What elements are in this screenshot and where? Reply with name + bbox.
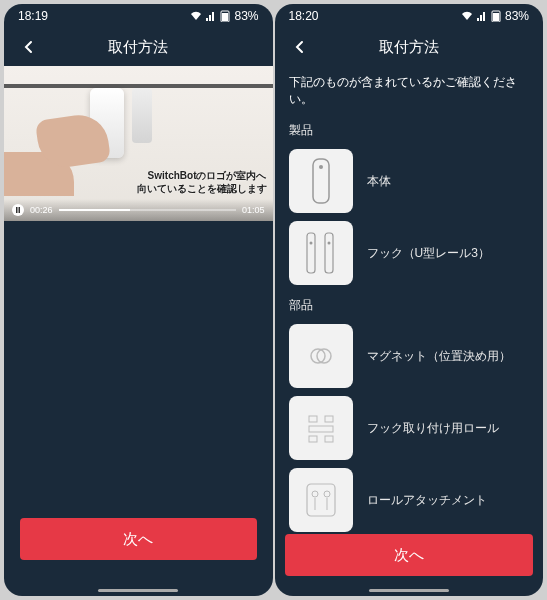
hook-icon — [301, 229, 341, 277]
thumb-body — [289, 149, 353, 213]
home-indicator[interactable] — [98, 589, 178, 592]
list-item: フック（U型レール3） — [275, 217, 544, 289]
status-right: 83% — [461, 9, 529, 23]
roll-icon — [301, 408, 341, 448]
video-duration: 01:05 — [242, 205, 265, 215]
page-title: 取付方法 — [4, 38, 273, 57]
chevron-left-icon — [22, 40, 36, 54]
video-progress[interactable] — [59, 209, 236, 211]
play-button[interactable] — [12, 204, 24, 216]
chevron-left-icon — [293, 40, 307, 54]
item-label: フック（U型レール3） — [367, 245, 490, 262]
video-controls: 00:26 01:05 — [4, 199, 273, 221]
next-label: 次へ — [123, 530, 153, 549]
video-current-time: 00:26 — [30, 205, 53, 215]
thumb-hook — [289, 221, 353, 285]
thumb-magnet — [289, 324, 353, 388]
status-battery: 83% — [234, 9, 258, 23]
content-area: SwitchBotのロゴが室内へ 向いていることを確認します 00:26 01:… — [4, 66, 273, 596]
status-bar: 18:20 83% — [275, 4, 544, 28]
home-indicator[interactable] — [369, 589, 449, 592]
video-caption: SwitchBotのロゴが室内へ 向いていることを確認します — [137, 169, 267, 195]
signal-icon — [206, 11, 216, 21]
svg-rect-15 — [325, 416, 333, 422]
svg-point-7 — [319, 165, 323, 169]
back-button[interactable] — [285, 32, 315, 62]
section-products: 製品 — [275, 114, 544, 145]
back-button[interactable] — [14, 32, 44, 62]
list-item: 本体 — [275, 145, 544, 217]
video-frame: SwitchBotのロゴが室内へ 向いていることを確認します — [4, 66, 273, 221]
svg-rect-5 — [493, 13, 499, 21]
list-item: マグネット（位置決め用） — [275, 320, 544, 392]
svg-rect-17 — [309, 436, 317, 442]
wifi-icon — [190, 11, 202, 21]
battery-icon — [220, 10, 230, 22]
status-battery: 83% — [505, 9, 529, 23]
next-label: 次へ — [394, 546, 424, 565]
instruction-text: 下記のものが含まれているかご確認ください。 — [275, 66, 544, 114]
magnet-icon — [306, 341, 336, 371]
status-time: 18:20 — [289, 9, 319, 23]
item-label: フック取り付け用ロール — [367, 420, 499, 437]
svg-rect-2 — [16, 207, 18, 213]
item-label: マグネット（位置決め用） — [367, 348, 511, 365]
page-title: 取付方法 — [275, 38, 544, 57]
svg-point-11 — [327, 242, 330, 245]
wifi-icon — [461, 11, 473, 21]
video-player[interactable]: SwitchBotのロゴが室内へ 向いていることを確認します 00:26 01:… — [4, 66, 273, 221]
status-time: 18:19 — [18, 9, 48, 23]
item-label: ロールアタッチメント — [367, 492, 487, 509]
status-right: 83% — [190, 9, 258, 23]
phone-left: 18:19 83% 取付方法 — [4, 4, 273, 596]
svg-rect-1 — [222, 13, 228, 21]
svg-rect-8 — [307, 233, 315, 273]
battery-icon — [491, 10, 501, 22]
svg-point-20 — [312, 491, 318, 497]
svg-point-21 — [324, 491, 330, 497]
content-area: 下記のものが含まれているかご確認ください。 製品 本体 フック（U型レール3） … — [275, 66, 544, 596]
svg-rect-3 — [19, 207, 21, 213]
item-label: 本体 — [367, 173, 391, 190]
section-parts: 部品 — [275, 289, 544, 320]
status-bar: 18:19 83% — [4, 4, 273, 28]
list-item: ロールアタッチメント — [275, 464, 544, 536]
svg-rect-9 — [325, 233, 333, 273]
pause-icon — [15, 207, 21, 213]
svg-rect-14 — [309, 416, 317, 422]
svg-rect-18 — [325, 436, 333, 442]
thumb-roll — [289, 396, 353, 460]
svg-rect-16 — [309, 426, 333, 432]
device-body-icon — [309, 157, 333, 205]
list-item: フック取り付け用ロール — [275, 392, 544, 464]
app-header: 取付方法 — [4, 28, 273, 66]
next-button[interactable]: 次へ — [285, 534, 534, 576]
signal-icon — [477, 11, 487, 21]
next-button[interactable]: 次へ — [20, 518, 257, 560]
svg-point-10 — [309, 242, 312, 245]
svg-rect-19 — [307, 484, 335, 516]
attachment-icon — [303, 480, 339, 520]
phone-right: 18:20 83% 取付方法 下記のものが含まれているかご確認ください。 製品 — [275, 4, 544, 596]
app-header: 取付方法 — [275, 28, 544, 66]
thumb-attachment — [289, 468, 353, 532]
